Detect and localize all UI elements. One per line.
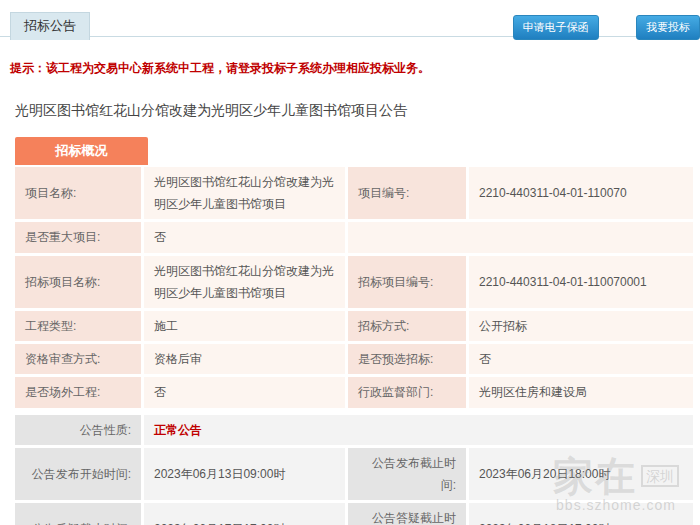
publish-start-value: 2023年06月13日09:00时 <box>144 448 345 500</box>
project-name-value: 光明区图书馆红花山分馆改建为光明区少年儿童图书馆项目 <box>144 167 345 219</box>
header-buttons: 申请电子保函 我要投标 <box>513 15 700 40</box>
bid-now-button[interactable]: 我要投标 <box>636 15 700 40</box>
tab-tender-overview[interactable]: 招标概况 <box>15 137 148 165</box>
qualification-review-value: 资格后审 <box>144 344 345 374</box>
project-type-label: 工程类型: <box>15 311 141 341</box>
major-project-label: 是否重大项目: <box>15 222 141 252</box>
question-deadline-label: 公告质疑截止时间: <box>15 503 141 525</box>
major-project-value: 否 <box>144 222 345 252</box>
tender-project-name-value: 光明区图书馆红花山分馆改建为光明区少年儿童图书馆项目 <box>144 256 345 308</box>
offsite-project-value: 否 <box>144 377 345 407</box>
system-hint-text: 提示：该工程为交易中心新系统中工程，请登录投标子系统办理相应投标业务。 <box>10 60 700 77</box>
tender-project-number-label: 招标项目编号: <box>348 256 466 308</box>
supervision-dept-label: 行政监督部门: <box>348 377 466 407</box>
offsite-project-label: 是否场外工程: <box>15 377 141 407</box>
header-tab-bar: 招标公告 申请电子保函 我要投标 <box>0 0 700 37</box>
announcement-nature-label: 公告性质: <box>15 415 141 445</box>
announcement-times-table: 公告性质: 正常公告 公告发布开始时间: 2023年06月13日09:00时 公… <box>15 415 693 525</box>
question-deadline-value: 2023年06月17日17:00时 <box>144 503 345 525</box>
announcement-nature-value: 正常公告 <box>144 415 693 445</box>
preselect-tender-label: 是否预选招标: <box>348 344 466 374</box>
publish-end-value: 2023年06月20日18:00时 <box>469 448 693 500</box>
answer-deadline-value: 2023年06月18日17:00时 <box>469 503 693 525</box>
tender-project-number-value: 2210-440311-04-01-110070001 <box>469 256 693 308</box>
project-type-value: 施工 <box>144 311 345 341</box>
tender-method-label: 招标方式: <box>348 311 466 341</box>
preselect-tender-value: 否 <box>469 344 693 374</box>
tab-tender-announcement[interactable]: 招标公告 <box>10 12 90 40</box>
tender-project-name-label: 招标项目名称: <box>15 256 141 308</box>
project-number-label: 项目编号: <box>348 167 466 219</box>
publish-end-label: 公告发布截止时间: <box>348 448 466 500</box>
qualification-review-label: 资格审查方式: <box>15 344 141 374</box>
project-number-value: 2210-440311-04-01-110070 <box>469 167 693 219</box>
tender-method-value: 公开招标 <box>469 311 693 341</box>
empty-cell <box>348 222 693 252</box>
tender-overview-table: 项目名称: 光明区图书馆红花山分馆改建为光明区少年儿童图书馆项目 项目编号: 2… <box>15 167 693 408</box>
supervision-dept-value: 光明区住房和建设局 <box>469 377 693 407</box>
answer-deadline-label: 公告答疑截止时间: <box>348 503 466 525</box>
announcement-title: 光明区图书馆红花山分馆改建为光明区少年儿童图书馆项目公告 <box>15 102 700 120</box>
project-name-label: 项目名称: <box>15 167 141 219</box>
apply-e-guarantee-button[interactable]: 申请电子保函 <box>513 15 599 40</box>
publish-start-label: 公告发布开始时间: <box>15 448 141 500</box>
